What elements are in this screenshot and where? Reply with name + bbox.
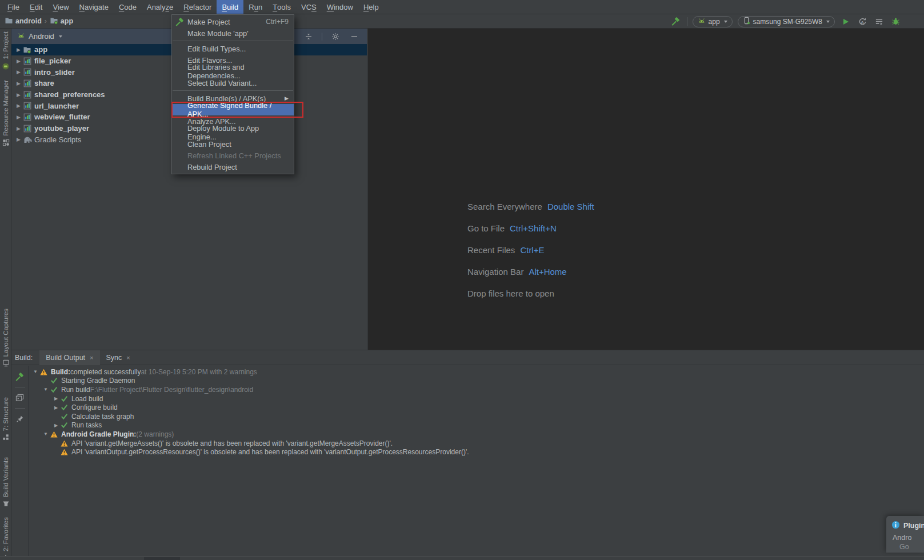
menu-item-make-project[interactable]: Make ProjectCtrl+F9 [172,16,294,27]
android-view-icon [17,32,25,41]
menu-item-edit-build-types[interactable]: Edit Build Types... [172,43,294,54]
app-folder-icon [50,17,58,26]
rerun-build-button[interactable] [14,371,26,382]
menu-item-shortcut: Ctrl+F9 [266,18,289,26]
menu-separator [173,41,293,41]
run-configuration-select[interactable]: app [693,16,733,27]
build-output-row[interactable]: ▼Run build F:\Flutter Project\Flutter De… [29,385,924,394]
expand-arrow-icon[interactable]: ▶ [15,47,22,53]
expand-arrow-icon[interactable]: ▶ [15,92,22,98]
build-output-row[interactable]: API 'variantOutput.getProcessResources()… [29,447,924,457]
menu-item-generate-signed-bundle-apk[interactable]: Generate Signed Bundle / APK... [172,104,294,115]
shortcut-action-label: Drop files here to open [467,289,554,298]
device-select[interactable]: samsung SM-G925W8 [738,16,835,27]
expand-arrow-icon[interactable]: ▼ [42,387,50,392]
menu-view[interactable]: View [47,0,74,14]
success-check-icon [60,404,69,411]
notification-balloon[interactable]: Plugin Andro Go [886,516,924,553]
shortcut-keys-label: Double Shift [547,202,594,211]
menu-edit[interactable]: Edit [25,0,47,14]
expand-arrow-icon[interactable]: ▶ [52,396,60,401]
tool-stripe-1-project[interactable]: 1: Project [0,31,11,72]
build-output-row[interactable]: ▶Load build [29,394,924,403]
breadcrumb-separator: › [45,17,47,25]
menu-tools[interactable]: Tools [267,0,296,14]
menu-item-clean-project[interactable]: Clean Project [172,138,294,150]
tab-label: Build Output [46,354,85,362]
tool-stripe-7-structure[interactable]: 7: Structure [0,397,11,442]
menu-item-make-module-app[interactable]: Make Module 'app' [172,27,294,39]
debug-button[interactable] [890,16,901,27]
menu-file[interactable]: File [2,0,25,14]
expand-arrow-icon[interactable]: ▼ [42,431,50,437]
shortcut-hint-line: Drop files here to open [467,287,594,300]
menu-code[interactable]: Code [114,0,142,14]
folder-icon [5,17,13,26]
build-output-row[interactable]: ▼Build: completed successfully at 10-Sep… [29,367,924,377]
expand-arrow-icon[interactable]: ▶ [15,114,22,120]
build-output-row[interactable]: Starting Gradle Daemon [29,377,924,386]
expand-arrow-icon[interactable]: ▼ [31,369,39,374]
hide-panel-button[interactable] [349,31,360,42]
run-button[interactable] [840,16,851,27]
menu-navigate[interactable]: Navigate [74,0,114,14]
status-bar [0,556,924,560]
expand-arrow-icon[interactable]: ▶ [15,137,22,142]
menu-build[interactable]: Build [217,0,243,14]
menu-item-select-build-variant[interactable]: Select Build Variant... [172,77,294,89]
make-project-button[interactable] [670,16,682,27]
settings-gear-button[interactable] [330,31,341,42]
expand-arrow-icon[interactable]: ▶ [52,423,60,428]
tab-build-output[interactable]: Build Output× [39,350,99,365]
android-app-icon [698,17,706,26]
menu-analyze[interactable]: Analyze [142,0,178,14]
pin-tab-button[interactable] [14,413,26,425]
menu-vcs[interactable]: VCS [296,0,322,14]
tree-item-label: shared_preferences [34,90,105,99]
collapse-all-button[interactable] [303,31,314,42]
tool-stripe-resource-manager[interactable]: Resource Manager [0,80,11,148]
chevron-down-icon[interactable] [59,35,62,38]
breadcrumb-item-app[interactable]: app [50,17,73,26]
shortcut-action-label: Go to File [467,223,505,233]
resource-manager-icon [2,139,10,148]
toolbar-separator [15,387,25,387]
project-view-select[interactable]: Android [29,32,54,41]
tree-item-label: youtube_player [34,124,89,133]
tool-stripe-build-variants[interactable]: Build Variants [0,457,11,509]
close-icon[interactable]: × [90,354,93,361]
build-variants-icon [2,500,10,509]
build-output-row[interactable]: ▶Run tasks [29,421,924,430]
expand-arrow-icon[interactable]: ▶ [15,103,22,109]
toggle-console-view-button[interactable] [14,392,26,403]
build-output-row[interactable]: ▶Configure build [29,403,924,412]
app-folder-icon [22,46,32,54]
expand-arrow-icon[interactable]: ▶ [15,81,22,86]
run-with-coverage-button[interactable] [873,16,885,27]
build-output-row[interactable]: API 'variant.getMergeAssets()' is obsole… [29,439,924,448]
menu-item-edit-libraries-and-dependencies[interactable]: Edit Libraries and Dependencies... [172,66,294,77]
breadcrumb-item-android[interactable]: android [5,17,42,26]
build-output-row[interactable]: Calculate task graph [29,412,924,421]
close-icon[interactable]: × [126,354,130,361]
expand-arrow-icon[interactable]: ▶ [15,126,22,131]
menu-help[interactable]: Help [358,0,384,14]
chevron-down-icon [724,21,727,23]
expand-arrow-icon[interactable]: ▶ [15,69,22,75]
run-controls: app samsung SM-G925W8 A [670,14,901,29]
menu-item-rebuild-project[interactable]: Rebuild Project [172,161,294,173]
expand-arrow-icon[interactable]: ▶ [52,405,60,410]
menu-refactor[interactable]: Refactor [178,0,217,14]
tool-stripe-2-favorites[interactable]: 2: Favorites [0,517,11,560]
build-output-tree: ▼Build: completed successfully at 10-Sep… [29,366,924,556]
tool-stripe-layout-captures[interactable]: Layout Captures [0,309,11,369]
submenu-arrow-icon: ▶ [285,95,289,101]
tab-sync[interactable]: Sync× [100,350,137,365]
apply-changes-button[interactable]: A [857,16,868,27]
menu-window[interactable]: Window [322,0,358,14]
expand-arrow-icon[interactable]: ▶ [15,58,22,64]
menu-item-deploy-module-to-app-engine[interactable]: Deploy Module to App Engine... [172,127,294,138]
menu-run[interactable]: Run [243,0,267,14]
build-output-row[interactable]: ▼Android Gradle Plugin: (2 warnings) [29,430,924,439]
notification-link[interactable]: Go [899,543,924,551]
